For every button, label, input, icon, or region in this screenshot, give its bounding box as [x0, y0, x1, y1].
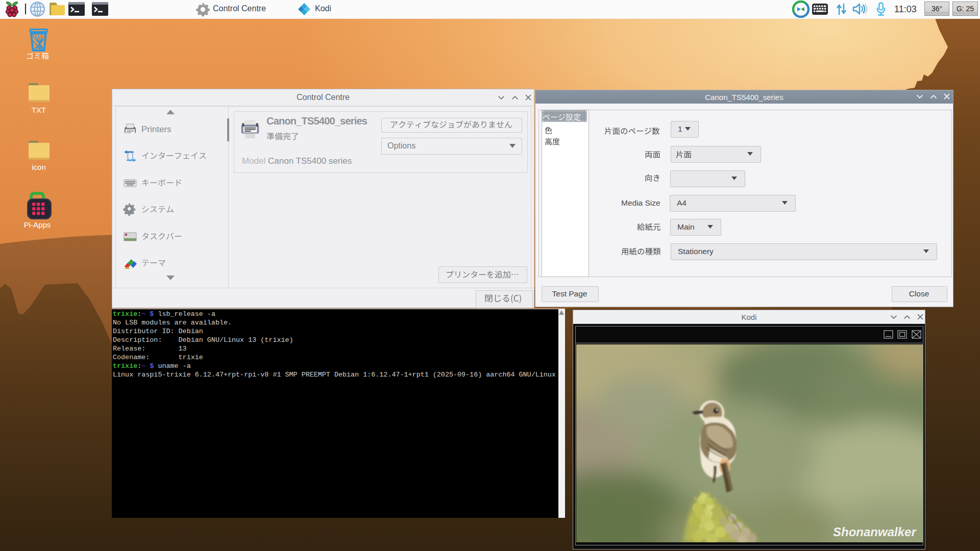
svg-text:Shonanwalker: Shonanwalker — [833, 525, 917, 539]
